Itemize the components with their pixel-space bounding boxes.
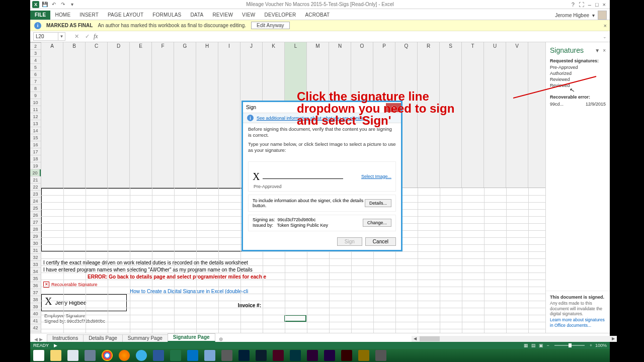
qat-customize-icon[interactable]: ▾ — [68, 1, 75, 8]
col-header-V[interactable]: V — [506, 42, 528, 188]
ribbon-tab-formulas[interactable]: FORMULAS — [148, 11, 186, 20]
cancel-formula-icon[interactable]: ✕ — [74, 33, 79, 40]
close-button[interactable]: × — [603, 2, 606, 8]
qat-undo-icon[interactable]: ↶ — [50, 1, 57, 8]
formula-input[interactable] — [100, 32, 602, 41]
taskbar-chrome-icon[interactable] — [99, 349, 116, 362]
row-header-40[interactable]: 40 — [30, 310, 41, 317]
taskbar-ie-icon[interactable] — [133, 349, 150, 362]
row-headers[interactable]: 2345678910111213141516171819202122232425… — [30, 43, 41, 338]
taskbar-app2-icon[interactable] — [218, 349, 235, 362]
col-header-G[interactable]: G — [174, 42, 196, 188]
taskbar-excel-icon[interactable] — [167, 349, 184, 362]
row-header-10[interactable]: 10 — [30, 99, 41, 106]
row-header-36[interactable]: 36 — [30, 282, 41, 289]
taskbar-word-icon[interactable] — [150, 349, 167, 362]
sheet-tab-instructions[interactable]: Instructions — [47, 334, 84, 342]
message-bar-close-icon[interactable]: × — [604, 23, 607, 29]
taskbar-app4-icon[interactable] — [372, 349, 389, 362]
taskbar-notepad-icon[interactable] — [64, 349, 82, 362]
row-header-6[interactable]: 6 — [30, 71, 41, 78]
enter-formula-icon[interactable]: ✓ — [85, 33, 90, 40]
ribbon-tab-view[interactable]: VIEW — [237, 11, 260, 20]
row-header-12[interactable]: 12 — [30, 113, 41, 120]
minimize-button[interactable]: – — [588, 2, 591, 8]
tray-icon[interactable] — [588, 351, 597, 360]
hscroll-right-icon[interactable]: ▶ — [610, 336, 617, 342]
row-header-30[interactable]: 30 — [30, 240, 41, 247]
ribbon-options-button[interactable]: ⛶ — [579, 2, 584, 8]
maximize-button[interactable]: □ — [595, 2, 599, 8]
row-header-37[interactable]: 37 — [30, 289, 41, 296]
tray-icon[interactable] — [577, 351, 586, 360]
row-header-33[interactable]: 33 — [30, 261, 41, 268]
help-button[interactable]: ? — [572, 2, 575, 8]
row-header-2[interactable]: 2 — [30, 43, 41, 50]
details-button[interactable]: Details... — [365, 199, 391, 207]
account-user-name[interactable]: Jerome Higbee — [555, 13, 589, 18]
pane-close-icon[interactable]: × — [603, 48, 606, 53]
col-header-B[interactable]: B — [63, 42, 86, 188]
taskbar-lc-icon[interactable] — [201, 349, 218, 362]
row-header-8[interactable]: 8 — [30, 85, 41, 92]
sheet-nav-last-icon[interactable]: ▶ — [39, 337, 43, 342]
col-header-A[interactable]: A — [41, 42, 63, 188]
zoom-percent[interactable]: 100% — [595, 343, 607, 348]
select-image-link[interactable]: Select Image... — [361, 174, 391, 179]
taskbar-file-explorer-icon[interactable] — [47, 349, 64, 362]
row-header-19[interactable]: 19 — [30, 162, 41, 169]
row-header-4[interactable]: 4 — [30, 57, 41, 64]
row-header-38[interactable]: 38 — [30, 296, 41, 303]
row-header-42[interactable]: 42 — [30, 324, 41, 331]
signature-employee[interactable]: XJerry Higbee — [41, 294, 127, 311]
zoom-in-icon[interactable]: + — [590, 343, 592, 348]
taskbar-lr-icon[interactable] — [253, 349, 270, 362]
row-header-31[interactable]: 31 — [30, 247, 41, 254]
row-header-11[interactable]: 11 — [30, 106, 41, 113]
taskbar-id-icon[interactable] — [270, 349, 287, 362]
hscroll-left-icon[interactable]: ◀ — [412, 336, 419, 342]
requested-item-0[interactable]: Pre-Approved — [546, 64, 610, 70]
col-header-I[interactable]: I — [218, 42, 240, 188]
col-header-H[interactable]: H — [196, 42, 218, 188]
col-header-C[interactable]: C — [86, 42, 108, 188]
row-header-34[interactable]: 34 — [30, 268, 41, 275]
view-page-layout-icon[interactable]: ▤ — [531, 343, 536, 348]
selected-cell[interactable] — [284, 315, 306, 322]
sheet-tab-summary[interactable]: Summary Page — [122, 334, 168, 342]
account-avatar[interactable] — [598, 11, 607, 20]
ribbon-tab-page-layout[interactable]: PAGE LAYOUT — [103, 11, 148, 20]
new-sheet-button[interactable]: ⊕ — [215, 336, 227, 342]
macro-record-icon[interactable]: ▶ — [54, 343, 57, 348]
ribbon-tab-insert[interactable]: INSERT — [75, 11, 103, 20]
row-header-22[interactable]: 22 — [30, 184, 41, 191]
col-header-D[interactable]: D — [108, 42, 130, 188]
ribbon-tab-acrobat[interactable]: ACROBAT — [300, 11, 334, 20]
row-header-20[interactable]: 20 — [30, 169, 41, 176]
row-header-41[interactable]: 41 — [30, 317, 41, 324]
edit-anyway-button[interactable]: Edit Anyway — [251, 22, 289, 29]
col-header-U[interactable]: U — [484, 42, 506, 188]
tray-icon[interactable] — [599, 351, 608, 360]
pane-options-icon[interactable]: ▼ — [595, 48, 600, 53]
row-header-13[interactable]: 13 — [30, 120, 41, 127]
taskbar-outlook-icon[interactable] — [184, 349, 201, 362]
cancel-button[interactable]: Cancel — [365, 237, 396, 246]
row-header-28[interactable]: 28 — [30, 226, 41, 233]
ribbon-tab-developer[interactable]: DEVELOPER — [260, 11, 300, 20]
windows-taskbar[interactable] — [30, 349, 610, 362]
row-header-15[interactable]: 15 — [30, 134, 41, 141]
row-header-5[interactable]: 5 — [30, 64, 41, 71]
sheet-tab-signature[interactable]: Signature Page — [168, 333, 215, 342]
ribbon-tab-file[interactable]: FILE — [30, 11, 50, 20]
row-header-32[interactable]: 32 — [30, 254, 41, 261]
taskbar-ps-icon[interactable] — [235, 349, 253, 362]
taskbar-app3-icon[interactable] — [355, 349, 372, 362]
sheet-nav-first-icon[interactable]: ◀ — [34, 337, 38, 342]
row-header-21[interactable]: 21 — [30, 176, 41, 184]
row-header-17[interactable]: 17 — [30, 148, 41, 155]
row-header-16[interactable]: 16 — [30, 141, 41, 148]
row-header-35[interactable]: 35 — [30, 275, 41, 282]
start-button[interactable] — [30, 349, 47, 362]
zoom-slider[interactable] — [554, 345, 585, 346]
